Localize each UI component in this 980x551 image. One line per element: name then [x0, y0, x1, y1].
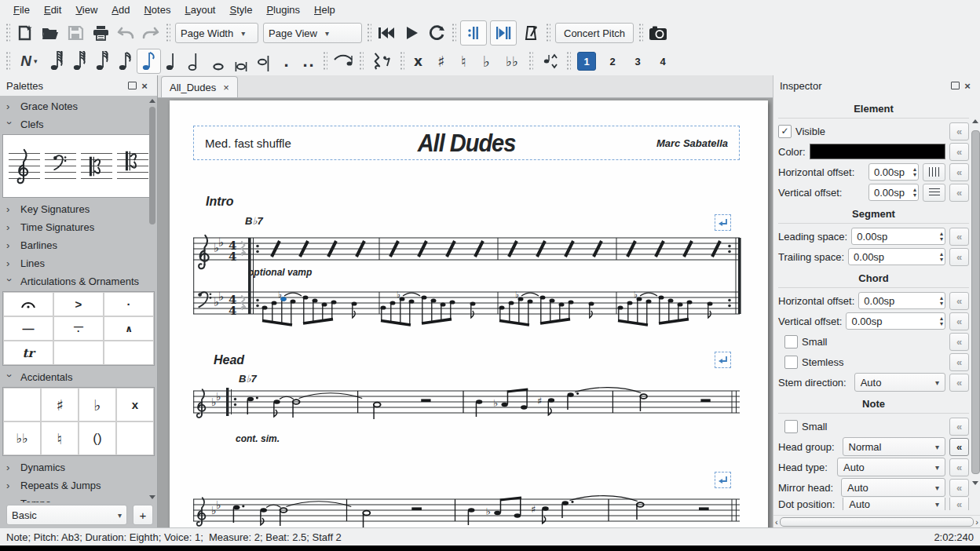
- scroll-down-icon[interactable]: [972, 481, 978, 485]
- reset-color-button[interactable]: «: [949, 143, 969, 161]
- empty-cell[interactable]: [3, 388, 41, 421]
- note-half-button[interactable]: [184, 49, 207, 73]
- flat-button[interactable]: ♭: [475, 49, 498, 73]
- mirror-head-combobox[interactable]: Auto ▾: [841, 478, 945, 497]
- palette-lines[interactable]: › Lines: [0, 254, 157, 272]
- empty-cell[interactable]: [53, 341, 104, 365]
- snap-horizontal-grid-button[interactable]: [923, 163, 945, 181]
- inspector-hscrollbar-thumb[interactable]: [780, 517, 975, 527]
- flat-cell[interactable]: ♭: [79, 388, 116, 421]
- double-flat-button[interactable]: ♭♭: [498, 49, 526, 73]
- scroll-up-icon[interactable]: [149, 99, 155, 103]
- metronome-button[interactable]: [518, 21, 543, 45]
- augmentation-dot-button[interactable]: .: [275, 49, 298, 73]
- menu-style[interactable]: Style: [222, 2, 259, 18]
- menu-view[interactable]: View: [68, 2, 104, 18]
- natural-cell[interactable]: ♮: [41, 421, 79, 455]
- rewind-button[interactable]: [374, 21, 399, 45]
- note-64th-button[interactable]: [68, 49, 91, 73]
- reset-stemless-button[interactable]: «: [949, 353, 969, 371]
- palette-accidentals[interactable]: › Accidentals: [0, 368, 157, 386]
- color-swatch[interactable]: [810, 144, 945, 159]
- reset-small-chord-button[interactable]: «: [949, 333, 969, 351]
- system-3-notation[interactable]: ♭♭: [193, 493, 743, 527]
- reset-dot-position-button[interactable]: «: [949, 498, 969, 510]
- scroll-down-icon[interactable]: [149, 495, 155, 499]
- reset-visible-button[interactable]: «: [949, 122, 969, 140]
- reset-chord-v-offset-button[interactable]: «: [949, 312, 969, 330]
- close-panel-icon[interactable]: ×: [961, 79, 974, 92]
- float-panel-icon[interactable]: [949, 79, 961, 92]
- menu-add[interactable]: Add: [104, 2, 137, 18]
- palette-barlines[interactable]: › Barlines: [0, 236, 157, 254]
- empty-cell[interactable]: [104, 341, 154, 365]
- small-chord-checkbox[interactable]: [784, 335, 798, 348]
- double-flat-cell[interactable]: ♭♭: [3, 421, 41, 455]
- double-sharp-cell[interactable]: x: [116, 388, 154, 421]
- voice-1-button[interactable]: 1: [577, 52, 596, 71]
- palette-tempo[interactable]: › Tempo: [0, 494, 157, 502]
- visible-checkbox[interactable]: ✓: [778, 125, 792, 138]
- trailing-space-spinbox[interactable]: 0.00sp ▴▾: [848, 248, 945, 265]
- reset-v-offset-button[interactable]: «: [949, 184, 969, 202]
- inspector-scrollbar-thumb[interactable]: [971, 130, 980, 474]
- system-1-notation[interactable]: ♭♭ ♭♭ 4 4 4 4: [193, 232, 743, 338]
- toolbar-drag-handle[interactable]: [5, 23, 10, 43]
- new-score-button[interactable]: [13, 21, 38, 45]
- palette-articulations[interactable]: › Articulations & Ornaments: [0, 272, 157, 290]
- note-longa-button[interactable]: [252, 49, 275, 73]
- scroll-right-icon[interactable]: ›: [975, 518, 978, 526]
- parentheses-cell[interactable]: (): [79, 421, 116, 455]
- reset-head-type-button[interactable]: «: [949, 458, 969, 476]
- tie-button[interactable]: [330, 49, 357, 73]
- menu-layout[interactable]: Layout: [177, 2, 222, 18]
- small-note-checkbox[interactable]: [784, 420, 798, 433]
- system-break-icon[interactable]: [715, 352, 731, 368]
- menu-file[interactable]: File: [6, 2, 37, 18]
- optional-vamp-text[interactable]: optional vamp: [248, 267, 312, 278]
- inspector-horizontal-scrollbar[interactable]: ‹ ›: [773, 515, 980, 527]
- reset-head-group-button[interactable]: «: [949, 438, 969, 456]
- treble-clef-cell[interactable]: [9, 153, 40, 179]
- staccato-cell[interactable]: ·: [104, 292, 154, 316]
- tenor-clef-cell[interactable]: [117, 153, 148, 179]
- note-32nd-button[interactable]: [91, 49, 114, 73]
- palette-dynamics[interactable]: › Dynamics: [0, 458, 157, 476]
- play-button[interactable]: [399, 21, 424, 45]
- view-mode-combobox[interactable]: Page View ▾: [263, 23, 362, 43]
- menu-plugins[interactable]: Plugins: [259, 2, 307, 18]
- alto-clef-cell[interactable]: [81, 153, 112, 179]
- head-group-combobox[interactable]: Normal ▾: [843, 437, 945, 456]
- leading-space-spinbox[interactable]: 0.00sp ▴▾: [851, 228, 945, 245]
- natural-button[interactable]: ♮: [452, 49, 475, 73]
- dot-position-combobox[interactable]: Auto ▾: [843, 498, 945, 510]
- clefs-palette-cells[interactable]: [2, 134, 155, 198]
- double-sharp-button[interactable]: x: [407, 49, 430, 73]
- add-workspace-button[interactable]: +: [133, 505, 153, 525]
- bass-clef-cell[interactable]: [45, 153, 76, 179]
- tenuto-cell[interactable]: —: [3, 316, 53, 341]
- score-title[interactable]: All Dudes: [378, 129, 555, 157]
- reset-h-offset-button[interactable]: «: [949, 163, 969, 181]
- chord-symbol[interactable]: B♭7: [245, 215, 263, 227]
- image-capture-button[interactable]: [645, 21, 671, 45]
- reset-small-note-button[interactable]: «: [949, 418, 969, 436]
- trill-cell[interactable]: tr: [3, 341, 53, 365]
- close-panel-icon[interactable]: ×: [138, 79, 151, 92]
- undo-button[interactable]: [113, 21, 138, 45]
- sharp-button[interactable]: ♯: [430, 49, 452, 73]
- voice-3-button[interactable]: 3: [629, 53, 646, 70]
- composer-text[interactable]: Marc Sabatella: [555, 137, 728, 149]
- system-break-icon[interactable]: [715, 214, 731, 231]
- redo-button[interactable]: [138, 21, 163, 45]
- zoom-combobox[interactable]: Page Width ▾: [175, 23, 258, 43]
- score-canvas[interactable]: Med. fast shuffle All Dudes Marc Sabatel…: [158, 98, 773, 527]
- reset-stem-direction-button[interactable]: «: [949, 374, 969, 392]
- rehearsal-mark-intro[interactable]: Intro: [206, 195, 234, 209]
- portato-cell[interactable]: —·: [53, 316, 104, 341]
- head-type-combobox[interactable]: Auto ▾: [837, 458, 945, 476]
- reset-chord-h-offset-button[interactable]: «: [949, 292, 969, 310]
- palette-repeats-jumps[interactable]: › Repeats & Jumps: [0, 476, 157, 494]
- double-dot-button[interactable]: ..: [298, 49, 320, 73]
- inspector-vertical-scrollbar[interactable]: [971, 119, 978, 485]
